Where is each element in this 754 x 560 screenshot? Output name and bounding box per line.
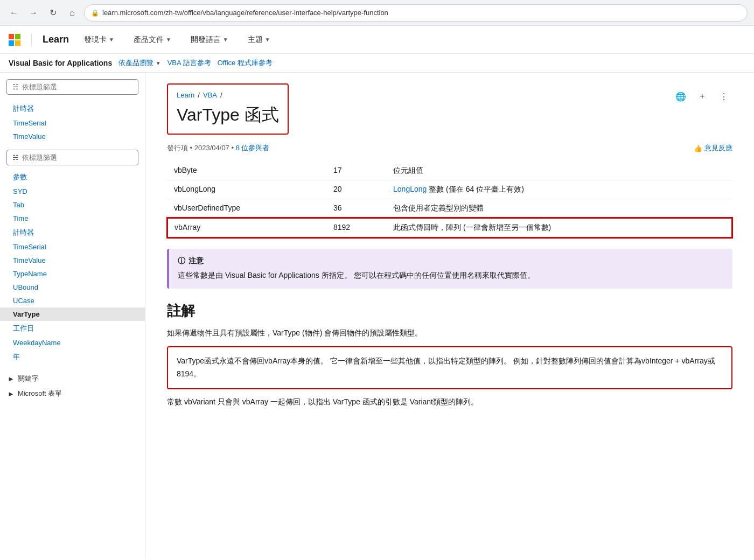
nav-menu-topics[interactable]: 主題 ▼ xyxy=(243,33,275,47)
content-area: Learn / VBA / VarType 函式 🌐 + ⋮ 發行項 • 202… xyxy=(145,73,754,558)
table-cell-desc: 包含使用者定義型別的變體 xyxy=(387,199,732,219)
sidebar-item-timer2[interactable]: 計時器 xyxy=(0,225,145,240)
sidebar-item-year[interactable]: 年 xyxy=(0,349,145,365)
sidebar-filter-1[interactable]: ☵ xyxy=(6,79,138,95)
breadcrumb-vba[interactable]: VBA xyxy=(203,91,217,99)
sidebar-item-typename[interactable]: TypeName xyxy=(0,267,145,281)
table-cell-name-vbarray: vbArray xyxy=(167,218,327,237)
table-cell-value-vbarray: 8192 xyxy=(327,218,387,237)
expand-icon: ► xyxy=(8,375,15,383)
sidebar: ☵ 計時器 TimeSerial TimeValue ☵ 參數 SYD Tab … xyxy=(0,73,145,558)
chevron-icon: ▼ xyxy=(265,37,270,43)
top-nav: Learn 發現卡 ▼ 產品文件 ▼ 開發語言 ▼ 主題 ▼ xyxy=(0,26,754,54)
subnav-vba-ref[interactable]: VBA 語言參考 xyxy=(167,58,211,68)
sidebar-filter-input-1[interactable] xyxy=(22,83,132,91)
header-actions: 🌐 + ⋮ xyxy=(672,88,732,105)
table-cell-name: vbUserDefinedType xyxy=(167,199,327,219)
sidebar-item-syd[interactable]: SYD xyxy=(0,185,145,198)
sidebar-item-timer[interactable]: 計時器 xyxy=(0,101,145,116)
address-bar[interactable]: 🔒 learn.microsoft.com/zh-tw/office/vba/l… xyxy=(84,4,748,22)
sidebar-collapsible-keywords[interactable]: ► 關鍵字 xyxy=(0,371,145,386)
sidebar-collapsible-msforms[interactable]: ► Microsoft 表單 xyxy=(0,386,145,401)
table-row: vbByte 17 位元組值 xyxy=(167,162,732,180)
forward-button[interactable]: → xyxy=(26,5,41,20)
expand-icon-2: ► xyxy=(8,390,15,398)
sidebar-item-timeserial[interactable]: TimeSerial xyxy=(0,116,145,130)
subnav-office-ref[interactable]: Office 程式庫參考 xyxy=(218,58,273,68)
sidebar-item-timevalue2[interactable]: TimeValue xyxy=(0,254,145,267)
sidebar-filter-2[interactable]: ☵ xyxy=(6,150,138,165)
globe-button[interactable]: 🌐 xyxy=(672,88,689,105)
table-cell-name: vbLongLong xyxy=(167,180,327,199)
main-layout: ☵ 計時器 TimeSerial TimeValue ☵ 參數 SYD Tab … xyxy=(0,73,754,558)
sidebar-group-2: ☵ 參數 SYD Tab Time 計時器 TimeSerial TimeVal… xyxy=(0,150,145,365)
table-cell-name: vbByte xyxy=(167,162,327,180)
chevron-icon: ▼ xyxy=(156,60,161,66)
title-highlight-box: Learn / VBA / VarType 函式 xyxy=(167,83,289,135)
chevron-icon: ▼ xyxy=(166,37,171,43)
body-text-1: 如果傳遞物件且具有預設屬性，VarType (物件) 會傳回物件的預設屬性類型。 xyxy=(167,327,732,340)
more-button[interactable]: ⋮ xyxy=(715,88,732,105)
sidebar-filter-input-2[interactable] xyxy=(22,153,132,162)
chevron-icon: ▼ xyxy=(109,37,114,43)
logo-green xyxy=(15,34,20,39)
table-row: vbUserDefinedType 36 包含使用者定義型別的變體 xyxy=(167,199,732,219)
page-title: VarType 函式 xyxy=(177,103,279,127)
nav-divider xyxy=(31,33,32,46)
sidebar-item-timeserial2[interactable]: TimeSerial xyxy=(0,240,145,254)
sidebar-item-param[interactable]: 參數 xyxy=(0,170,145,185)
browser-chrome: ← → ↻ ⌂ 🔒 learn.microsoft.com/zh-tw/offi… xyxy=(0,0,754,26)
logo-red xyxy=(9,34,14,39)
note-icon: ⓘ xyxy=(178,256,185,266)
nav-brand: Learn xyxy=(43,34,69,45)
back-button[interactable]: ← xyxy=(6,5,22,20)
sidebar-collapsibles: ► 關鍵字 ► Microsoft 表單 xyxy=(0,371,145,401)
chevron-icon: ▼ xyxy=(223,37,228,43)
logo-blue xyxy=(9,40,14,46)
note-box: ⓘ 注意 這些常數是由 Visual Basic for Application… xyxy=(167,249,732,289)
subnav-by-product[interactable]: 依產品瀏覽 ▼ xyxy=(118,58,161,68)
lonlong-link[interactable]: LongLong xyxy=(393,185,427,193)
sidebar-item-time[interactable]: Time xyxy=(0,212,145,225)
breadcrumb-nav: Visual Basic for Applications 依產品瀏覽 ▼ VB… xyxy=(0,54,754,73)
table-cell-desc-vbarray: 此函式傳回時，陣列 (一律會新增至另一個常數) xyxy=(387,218,732,237)
sidebar-item-ucase[interactable]: UCase xyxy=(0,294,145,307)
microsoft-logo xyxy=(9,34,20,46)
feedback-button[interactable]: 👍 意見反應 xyxy=(694,143,732,153)
body-text-2: 常數 vbVariant 只會與 vbArray 一起傳回，以指出 VarTyp… xyxy=(167,396,732,409)
home-button[interactable]: ⌂ xyxy=(65,5,80,20)
meta-date: 發行項 • 2023/04/07 • xyxy=(167,144,234,152)
breadcrumb-sep-2: / xyxy=(220,91,222,99)
add-button[interactable]: + xyxy=(694,88,711,105)
table-cell-value: 36 xyxy=(327,199,387,219)
sidebar-item-vartype[interactable]: VarType xyxy=(0,307,145,321)
section-heading: 註解 xyxy=(167,302,732,320)
site-title: Visual Basic for Applications xyxy=(9,59,112,67)
table-cell-value: 20 xyxy=(327,180,387,199)
reload-button[interactable]: ↻ xyxy=(45,5,60,20)
data-table: vbByte 17 位元組值 vbLongLong 20 LongLong 整數… xyxy=(167,162,732,238)
sidebar-item-timevalue[interactable]: TimeValue xyxy=(0,130,145,143)
lock-icon: 🔒 xyxy=(91,9,99,17)
sidebar-group-1: 計時器 TimeSerial TimeValue xyxy=(0,101,145,143)
meta-info: 發行項 • 2023/04/07 • 8 位參與者 👍 意見反應 xyxy=(167,143,732,153)
content-header: Learn / VBA / VarType 函式 🌐 + ⋮ xyxy=(167,83,732,143)
sidebar-item-ubound[interactable]: UBound xyxy=(0,281,145,294)
breadcrumb-learn[interactable]: Learn xyxy=(177,91,194,99)
table-row-vbarray: vbArray 8192 此函式傳回時，陣列 (一律會新增至另一個常數) xyxy=(167,218,732,237)
nav-menu-devlang[interactable]: 開發語言 ▼ xyxy=(186,33,233,47)
contributors-link[interactable]: 8 位參與者 xyxy=(236,144,270,152)
nav-menu-discover[interactable]: 發現卡 ▼ xyxy=(80,33,118,47)
note-text: 這些常數是由 Visual Basic for Applications 所指定… xyxy=(178,269,724,281)
nav-menu-docs[interactable]: 產品文件 ▼ xyxy=(129,33,176,47)
table-row: vbLongLong 20 LongLong 整數 (僅在 64 位平臺上有效) xyxy=(167,180,732,199)
breadcrumb-sep: / xyxy=(198,91,200,99)
code-box: VarType函式永遠不會傳回vbArray本身的值。 它一律會新增至一些其他值… xyxy=(167,346,732,389)
logo-yellow xyxy=(15,40,20,46)
sidebar-item-weekdayname[interactable]: WeekdayName xyxy=(0,336,145,349)
table-cell-desc: LongLong 整數 (僅在 64 位平臺上有效) xyxy=(387,180,732,199)
sidebar-item-tab[interactable]: Tab xyxy=(0,198,145,212)
breadcrumb-links: Learn / VBA / xyxy=(177,91,279,99)
table-cell-value: 17 xyxy=(327,162,387,180)
sidebar-item-weekday[interactable]: 工作日 xyxy=(0,321,145,336)
